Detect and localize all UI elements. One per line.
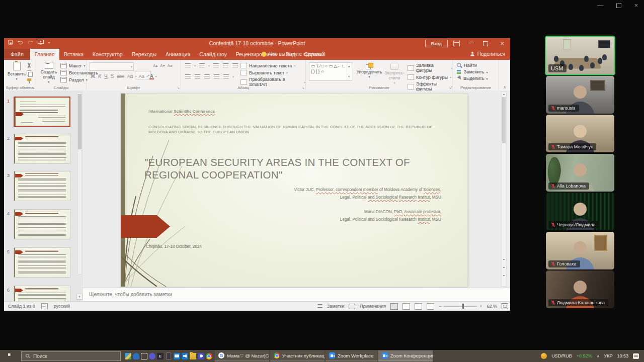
slide-footer-text[interactable]: Chişinău, 17-18 October, 2024 — [146, 244, 202, 249]
paragraph-dialog-launcher[interactable]: ↘ — [301, 86, 304, 90]
comments-toggle[interactable]: Примечания — [360, 304, 386, 309]
font-format-icon[interactable]: К — [97, 73, 102, 79]
align-text-button[interactable]: Выровнять текст▾ — [240, 70, 305, 75]
language-switcher[interactable]: УКР — [604, 353, 613, 358]
numbering-icon[interactable] — [199, 63, 205, 68]
columns-icon[interactable] — [223, 74, 229, 79]
currency-pair[interactable]: USD/RUB — [551, 353, 572, 358]
slide-thumbnail-4[interactable] — [14, 209, 70, 239]
minimize-icon[interactable]: — — [597, 2, 603, 9]
tellme-container[interactable]: Что вы хотите сделать? — [255, 51, 325, 57]
tab-Главная[interactable]: Главная — [30, 49, 59, 60]
participant-video-Людмила Калашнікова[interactable]: Людмила Калашнікова — [546, 270, 614, 308]
epic-app-icon[interactable] — [157, 353, 164, 359]
slide-thumbnail-5[interactable] — [14, 247, 70, 278]
format-painter-icon[interactable] — [26, 78, 33, 83]
participant-video-Черноус/Людмила[interactable]: Черноус/Людмила — [546, 193, 614, 230]
decrease-font-icon[interactable]: А▾ — [160, 63, 165, 68]
tab-Файл[interactable]: Файл — [4, 49, 30, 60]
text-direction-button[interactable]: Направление текста▾ — [240, 63, 305, 68]
scroll-down-icon[interactable]: ▼ — [502, 258, 506, 261]
paste-button[interactable]: Вставить▾ — [8, 62, 26, 81]
slideshow-view-icon[interactable] — [427, 303, 434, 310]
phone-app-icon[interactable] — [166, 352, 171, 360]
slide-title-text[interactable]: "EUROPEAN SECURITY AREAS IN THE CONTEXT … — [144, 156, 431, 181]
thumbnails-scroll-down-icon[interactable]: ▼ — [76, 294, 83, 300]
participant-video-marousis[interactable]: marousis — [546, 76, 614, 114]
font-format-icon[interactable]: abc — [116, 74, 125, 79]
slide-thumbnail-6[interactable] — [14, 286, 70, 302]
chrome-app-icon[interactable] — [206, 353, 212, 359]
slide-canvas[interactable]: International Scientific Conference CONS… — [121, 94, 467, 287]
zoom-slider[interactable] — [444, 306, 477, 307]
tab-Анимация[interactable]: Анимация — [161, 49, 195, 60]
replace-button[interactable]: Заменить▾ — [457, 69, 488, 74]
participant-video-Тамара Мосійчук[interactable]: Тамара Мосійчук — [546, 115, 614, 152]
quick-styles-button[interactable]: Экспресс-стили▾ — [382, 63, 407, 85]
people-app-icon[interactable] — [133, 353, 139, 359]
clear-formatting-icon[interactable]: А⌀ — [168, 63, 173, 68]
photos-app-icon[interactable] — [125, 353, 131, 359]
shapes-gallery[interactable]: ▭∖∕□○▭△⌐∟→↓▱~(){}☆ ▲▼ — [309, 62, 352, 81]
close-icon[interactable]: × — [634, 2, 638, 9]
normal-view-icon[interactable] — [390, 303, 398, 310]
restore-icon[interactable] — [616, 3, 621, 8]
font-format-icon[interactable]: А — [149, 73, 154, 79]
fit-slide-icon[interactable] — [502, 303, 508, 309]
align-left-icon[interactable] — [185, 74, 191, 79]
font-format-icon[interactable]: Аа — [138, 74, 145, 79]
increase-indent-icon[interactable] — [222, 63, 229, 68]
slide-sorter-view-icon[interactable] — [403, 303, 410, 310]
notes-toggle[interactable]: Заметки — [327, 304, 344, 309]
taskbar-search[interactable]: Поиск — [21, 351, 121, 361]
currency-change[interactable]: +0.52% — [577, 353, 592, 358]
participant-video-USM[interactable]: USM — [545, 36, 615, 75]
collapse-ribbon-icon[interactable]: ∧ — [503, 85, 506, 89]
font-format-icon[interactable]: АВ — [126, 74, 134, 79]
zoom-in-icon[interactable]: + — [479, 304, 482, 309]
font-dialog-launcher[interactable]: ↘ — [177, 86, 180, 90]
slide-thumbnail-3[interactable] — [14, 171, 70, 201]
slide-authors-block[interactable]: Victor JUC, Professor, correspondent mem… — [230, 186, 441, 223]
ppt-minimize-icon[interactable]: — — [468, 39, 474, 45]
justify-icon[interactable] — [213, 74, 220, 79]
language-indicator[interactable]: русский — [54, 304, 70, 309]
tab-Слайд-шоу[interactable]: Слайд-шоу — [195, 49, 231, 60]
increase-font-icon[interactable]: А▴ — [153, 63, 157, 68]
scroll-up-icon[interactable]: ▲ — [502, 93, 506, 96]
shape-outline-button[interactable]: Контур фигуры▾ — [408, 74, 452, 80]
participant-video-Головаха[interactable]: Головаха — [546, 232, 614, 269]
font-format-icon[interactable]: Ж — [90, 73, 96, 79]
slide-scrollbar[interactable]: ▲ ▼ ▲ ▼ — [501, 92, 507, 287]
bullets-icon[interactable] — [185, 63, 191, 68]
taskbar-button-Мама♡ @ Nazar|Ch...[interactable]: Мама♡ @ Nazar|Ch... — [215, 350, 269, 361]
previous-slide-icon[interactable]: ▲ — [502, 265, 506, 268]
meet-app-icon[interactable] — [198, 353, 204, 359]
thumbnails-scrollbar[interactable] — [77, 93, 82, 275]
decrease-indent-icon[interactable] — [213, 63, 219, 68]
ppt-restore-icon[interactable] — [483, 41, 488, 46]
circle-app-icon[interactable] — [149, 353, 155, 359]
line-spacing-icon[interactable] — [232, 63, 238, 68]
tab-Конструктор[interactable]: Конструктор — [88, 49, 127, 60]
taskbar-button-Участник публикац...[interactable]: Участник публикац... — [270, 350, 325, 361]
tab-Вставка[interactable]: Вставка — [59, 49, 88, 60]
tray-expand-icon[interactable]: ∧ — [597, 354, 600, 358]
cut-icon[interactable] — [26, 63, 33, 68]
align-center-icon[interactable] — [194, 74, 201, 79]
ribbon-display-options-icon[interactable] — [453, 41, 460, 46]
find-button[interactable]: Найти — [457, 63, 488, 68]
tab-Переходы[interactable]: Переходы — [127, 49, 161, 60]
reading-view-icon[interactable] — [415, 303, 422, 310]
spellcheck-icon[interactable] — [41, 303, 48, 309]
copy-icon[interactable] — [26, 70, 33, 76]
zoom-out-icon[interactable]: – — [439, 304, 441, 309]
font-name-select[interactable]: ▾ — [90, 62, 134, 71]
align-right-icon[interactable] — [204, 74, 210, 79]
speaker-app-icon[interactable] — [182, 353, 188, 359]
sign-in-button[interactable]: Вход — [425, 40, 448, 47]
new-slide-button[interactable]: Создать слайд▾ — [39, 62, 59, 84]
mail-app-icon[interactable] — [174, 353, 180, 359]
zoom-level[interactable]: 62 % — [487, 304, 497, 309]
arrange-button[interactable]: Упорядочить▾ — [356, 63, 382, 79]
